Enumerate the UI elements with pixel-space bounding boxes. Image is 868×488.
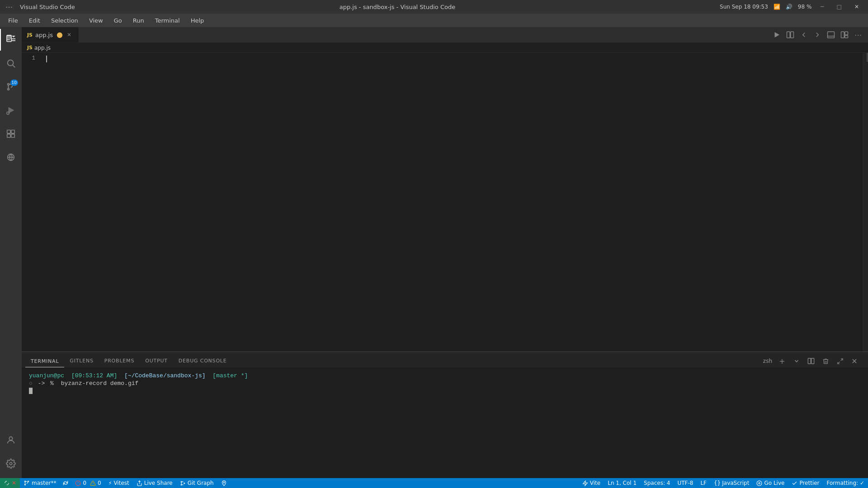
status-prettier[interactable]: Prettier: [788, 478, 823, 488]
warning-icon: [90, 480, 96, 486]
maximize-button[interactable]: □: [833, 2, 845, 12]
brackets-icon: {}: [714, 480, 721, 486]
status-encoding[interactable]: UTF-8: [674, 478, 697, 488]
run-button[interactable]: [770, 28, 783, 41]
status-language[interactable]: {} JavaScript: [710, 478, 753, 488]
status-formatting[interactable]: Formatting: ✓: [823, 478, 868, 488]
tab-list: JS app.js ● ✕: [22, 27, 79, 42]
more-actions-button[interactable]: ⋯: [852, 28, 864, 41]
toggle-panel-button[interactable]: [825, 28, 837, 41]
svg-point-39: [181, 484, 182, 485]
back-button[interactable]: [797, 28, 810, 41]
svg-point-1: [8, 60, 14, 66]
status-spaces[interactable]: Spaces: 4: [640, 478, 674, 488]
activity-source-control[interactable]: 10: [0, 76, 22, 98]
status-sync[interactable]: [60, 478, 71, 488]
forward-button[interactable]: [811, 28, 824, 41]
status-vitest[interactable]: ⚡ Vitest: [105, 478, 133, 488]
breadcrumb-icon: JS: [27, 45, 33, 51]
menu-bar: File Edit Selection View Go Run Terminal…: [0, 14, 868, 27]
check-icon: [792, 480, 797, 486]
tab-app-js[interactable]: JS app.js ● ✕: [22, 27, 79, 42]
maximize-panel-button[interactable]: [834, 355, 846, 367]
panel-tab-output[interactable]: OUTPUT: [140, 355, 173, 367]
title-center: app.js - sandbox-js - Visual Studio Code: [340, 4, 455, 10]
status-bar: ✕ master** 0 0 ⚡ Vitest Live Share Git G…: [0, 478, 868, 488]
activity-remote-explorer[interactable]: [0, 146, 22, 168]
run-debug-icon: [6, 105, 16, 115]
status-live-share[interactable]: Live Share: [133, 478, 176, 488]
status-vite[interactable]: Vite: [579, 478, 604, 488]
activity-search[interactable]: [0, 52, 22, 74]
split-editor-button[interactable]: [784, 28, 797, 41]
status-go-live[interactable]: Go Live: [753, 478, 788, 488]
cursor-line: [46, 55, 861, 63]
activity-explorer[interactable]: [0, 29, 22, 51]
tab-label: app.js: [35, 32, 53, 38]
status-branch[interactable]: master**: [20, 478, 60, 488]
svg-line-2: [13, 65, 15, 67]
tabs-toolbar-row: JS app.js ● ✕: [22, 27, 868, 43]
kill-terminal-button[interactable]: [819, 355, 832, 367]
panel-tab-gitlens[interactable]: GITLENS: [64, 355, 99, 367]
status-position[interactable]: Ln 1, Col 1: [604, 478, 640, 488]
menu-view[interactable]: View: [85, 15, 108, 26]
prompt-space: [66, 372, 70, 379]
panel-tab-debug-console[interactable]: DEBUG CONSOLE: [173, 355, 232, 367]
menu-edit[interactable]: Edit: [24, 15, 45, 26]
activity-run-debug[interactable]: [0, 99, 22, 121]
code-content[interactable]: [44, 53, 863, 352]
close-button[interactable]: ✕: [851, 2, 863, 12]
status-git-graph[interactable]: Git Graph: [176, 478, 217, 488]
editor-area: JS app.js ● ✕: [22, 27, 868, 478]
status-errors[interactable]: 0 0: [71, 478, 104, 488]
new-terminal-button[interactable]: +: [776, 355, 788, 367]
app-menu-icon[interactable]: ⋯: [5, 3, 13, 11]
menu-go[interactable]: Go: [109, 15, 127, 26]
activity-settings[interactable]: [0, 453, 22, 474]
tab-close-button[interactable]: ✕: [66, 31, 73, 38]
search-icon: [6, 58, 16, 68]
accounts-icon: [6, 435, 16, 445]
svg-marker-16: [775, 32, 780, 38]
close-panel-button[interactable]: ✕: [848, 355, 861, 367]
menu-terminal[interactable]: Terminal: [151, 15, 184, 26]
go-live-label: Go Live: [764, 480, 784, 486]
position-label: Ln 1, Col 1: [608, 480, 637, 486]
remote-icon: [6, 152, 16, 162]
activity-extensions[interactable]: [0, 123, 22, 145]
menu-help[interactable]: Help: [186, 15, 209, 26]
code-editor[interactable]: 1: [22, 53, 868, 352]
menu-run[interactable]: Run: [128, 15, 149, 26]
activity-accounts[interactable]: [0, 429, 22, 451]
panel-tab-problems[interactable]: PROBLEMS: [99, 355, 140, 367]
line-numbers: 1: [22, 53, 40, 61]
svg-point-15: [9, 462, 12, 465]
split-terminal-icon: [807, 357, 815, 365]
back-icon: [800, 31, 808, 39]
svg-rect-11: [11, 134, 14, 137]
title-bar-right: Sun Sep 18 09:53 📶 🔊 98 % ─ □ ✕: [720, 2, 863, 12]
source-control-badge: 10: [10, 80, 18, 86]
breadcrumb-file[interactable]: app.js: [34, 45, 51, 51]
menu-file[interactable]: File: [4, 15, 23, 26]
vite-icon: [582, 480, 588, 486]
svg-rect-23: [845, 36, 848, 38]
prompt-dollar: %: [50, 380, 54, 387]
launch-profile-button[interactable]: [790, 355, 803, 367]
minimize-button[interactable]: ─: [817, 2, 827, 12]
status-line-ending[interactable]: LF: [697, 478, 710, 488]
terminal-command: byzanz-record demo.gif: [61, 380, 139, 387]
status-port[interactable]: [217, 478, 231, 488]
terminal-content[interactable]: yuanjun@pc [09:53:12 AM] [~/CodeBase/san…: [22, 368, 868, 478]
chevron-down-icon: [793, 358, 800, 364]
layout-button[interactable]: [838, 28, 851, 41]
svg-point-40: [223, 482, 224, 483]
activity-bar: 10: [0, 27, 22, 478]
status-remote[interactable]: ✕: [0, 478, 20, 488]
terminal-shell-label: zsh: [763, 358, 772, 364]
split-terminal-button[interactable]: [805, 355, 817, 367]
panel-tab-terminal[interactable]: TERMINAL: [25, 356, 64, 367]
svg-point-43: [759, 482, 760, 483]
menu-selection[interactable]: Selection: [47, 15, 83, 26]
